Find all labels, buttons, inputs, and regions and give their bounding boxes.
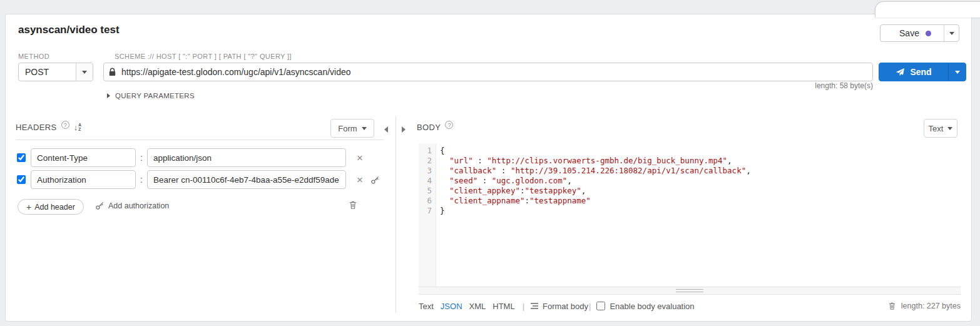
collapse-panel-icon[interactable] xyxy=(384,126,388,133)
body-title: BODY xyxy=(417,123,441,132)
headers-divider xyxy=(16,140,384,140)
sort-headers-icon[interactable]: ↓AZ xyxy=(74,123,81,131)
url-field-wrap xyxy=(103,63,873,81)
enable-body-evaluation-label: Enable body evaluation xyxy=(610,302,694,311)
body-header: BODY ? xyxy=(417,123,453,132)
header-value-input[interactable] xyxy=(147,148,346,167)
code-line: { xyxy=(440,146,961,156)
editor-code[interactable]: { "url" : "http://clips.vorwaerts-gmbh.d… xyxy=(436,143,961,287)
line-number: 7 xyxy=(419,206,436,216)
chevron-down-icon xyxy=(82,71,87,74)
header-colon: : xyxy=(140,175,143,185)
delete-body-icon[interactable] xyxy=(888,302,896,310)
code-line: } xyxy=(440,206,961,216)
line-number: 1 xyxy=(419,146,436,156)
format-body-label: Format body xyxy=(543,302,588,311)
code-line: "callback" : "http://39.105.214.226:1808… xyxy=(440,166,961,176)
unsaved-indicator-dot xyxy=(926,31,931,36)
line-number: 4 xyxy=(419,176,436,186)
save-button[interactable]: Save xyxy=(880,24,959,42)
query-parameters-label: QUERY PARAMETERS xyxy=(115,92,195,99)
app-window: asynscan/video test Save METHOD SCHEME :… xyxy=(0,0,980,326)
delete-headers-icon[interactable] xyxy=(349,200,357,210)
send-button[interactable]: Send xyxy=(879,63,966,81)
method-value: POST xyxy=(19,67,76,77)
chevron-right-icon xyxy=(107,93,110,98)
headers-title: HEADERS xyxy=(16,123,57,132)
code-line: "client_appkey":"testappkey", xyxy=(440,186,961,196)
key-icon xyxy=(95,201,105,210)
resize-grip-icon xyxy=(676,289,703,292)
body-format-value: Text xyxy=(929,124,944,133)
code-line: "seed" : "ugc.glodon.com", xyxy=(440,176,961,186)
separator: | xyxy=(523,302,524,311)
popup-tab[interactable] xyxy=(875,1,980,18)
header-enabled-checkbox[interactable] xyxy=(17,153,26,162)
remove-header-icon[interactable]: × xyxy=(357,153,363,163)
chevron-down-icon xyxy=(949,32,954,35)
add-header-button[interactable]: + Add header xyxy=(18,199,84,215)
headers-view-value: Form xyxy=(338,124,357,133)
chevron-down-icon xyxy=(955,71,960,74)
format-body-button[interactable]: Format body xyxy=(530,302,588,311)
header-row: : × xyxy=(16,148,391,167)
headers-header: HEADERS ? ↓AZ xyxy=(16,123,81,132)
key-icon[interactable] xyxy=(370,175,380,185)
header-rows: : × : × xyxy=(16,148,391,192)
header-enabled-checkbox[interactable] xyxy=(17,175,26,184)
expand-panel-icon[interactable] xyxy=(402,126,406,133)
request-panel: asynscan/video test Save METHOD SCHEME :… xyxy=(5,14,972,322)
body-type-json[interactable]: JSON xyxy=(441,302,462,311)
url-length-text: length: 58 byte(s) xyxy=(103,81,873,90)
add-header-label: Add header xyxy=(34,203,75,211)
add-authorization-label: Add authorization xyxy=(108,201,169,210)
page-title: asynscan/video test xyxy=(18,24,120,36)
send-icon xyxy=(896,68,905,77)
send-button-label: Send xyxy=(910,67,931,77)
body-type-xml[interactable]: XML xyxy=(469,302,486,311)
header-row: : × xyxy=(16,170,391,189)
format-body-icon xyxy=(530,302,539,310)
line-number: 3 xyxy=(419,166,436,176)
url-input[interactable] xyxy=(103,63,873,81)
line-number: 6 xyxy=(419,196,436,206)
url-format-label: SCHEME :// HOST [ ":" PORT ] [ PATH [ "?… xyxy=(115,53,292,60)
code-line: "client_appname":"testappname" xyxy=(440,196,961,206)
panel-divider[interactable] xyxy=(396,116,396,313)
send-dropdown-button[interactable] xyxy=(948,63,966,81)
header-name-input[interactable] xyxy=(31,170,136,189)
chevron-down-icon xyxy=(947,127,952,130)
method-label: METHOD xyxy=(18,53,49,60)
save-dropdown-button[interactable] xyxy=(944,25,959,41)
header-colon: : xyxy=(140,153,143,163)
chevron-down-icon xyxy=(362,127,367,130)
add-authorization-button[interactable]: Add authorization xyxy=(95,201,169,210)
method-select[interactable]: POST xyxy=(18,63,93,81)
remove-header-icon[interactable]: × xyxy=(357,175,363,185)
editor-gutter: 1234567 xyxy=(419,143,436,287)
headers-view-select[interactable]: Form xyxy=(330,119,374,138)
plus-icon: + xyxy=(26,202,31,212)
line-number: 5 xyxy=(419,186,436,196)
body-type-options: TextJSONXMLHTML xyxy=(419,302,522,311)
enable-body-evaluation-checkbox[interactable] xyxy=(596,302,605,310)
enable-body-evaluation-toggle[interactable]: Enable body evaluation xyxy=(596,302,694,311)
query-parameters-toggle[interactable]: QUERY PARAMETERS xyxy=(107,92,195,99)
help-icon[interactable]: ? xyxy=(61,121,69,129)
header-value-input[interactable] xyxy=(147,170,346,189)
lock-icon xyxy=(108,68,116,76)
body-footer: TextJSONXMLHTML | Format body | Enable b… xyxy=(419,300,961,312)
header-name-input[interactable] xyxy=(31,148,136,167)
editor-resize-handle[interactable] xyxy=(419,287,961,295)
line-number: 2 xyxy=(419,156,436,166)
code-line: "url" : "http://clips.vorwaerts-gmbh.de/… xyxy=(440,156,961,166)
save-button-label: Save xyxy=(899,28,919,38)
body-format-select[interactable]: Text xyxy=(924,119,957,138)
body-editor[interactable]: 1234567 { "url" : "http://clips.vorwaert… xyxy=(419,143,961,287)
help-icon[interactable]: ? xyxy=(445,121,453,129)
body-type-text[interactable]: Text xyxy=(419,302,434,311)
body-type-html[interactable]: HTML xyxy=(493,302,514,311)
separator: | xyxy=(589,302,591,311)
body-length-text: length: 227 bytes xyxy=(901,302,961,310)
